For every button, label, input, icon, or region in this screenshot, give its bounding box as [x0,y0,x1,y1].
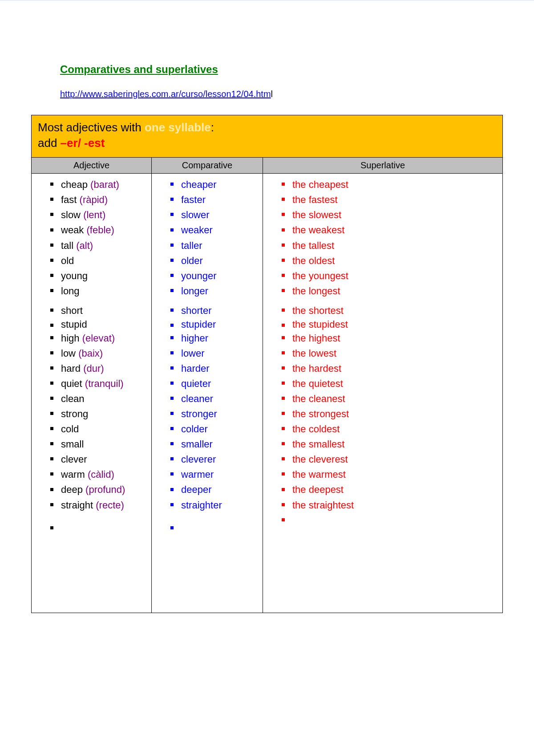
adjective-word: weak [61,224,84,236]
list-item: young [49,268,147,284]
adjective-word: high [61,333,80,344]
adjective-word: long [61,285,80,297]
list-item: old [49,253,147,268]
rule-cell: Most adjectives with one syllable: add –… [32,115,503,158]
list-item: longer [169,284,258,299]
list-item: long [49,284,147,299]
superlative-word: the shortest [292,305,344,316]
list-item: older [169,253,258,268]
comparative-word: warmer [181,469,214,480]
superlative-word: the fastest [292,194,338,205]
list-item: low (baix) [49,346,147,361]
superlative-word: the youngest [292,270,348,281]
rule-line2-suffix: –er/ -est [61,136,105,150]
adjective-translation: (dur) [83,363,104,374]
superlative-word: the lowest [292,348,336,359]
list-item: the lowest [280,346,498,361]
superlative-word: the coldest [292,423,340,435]
comparative-word: quieter [181,378,211,389]
list-item: slow (lent) [49,207,147,223]
list-item: cheaper [169,177,258,192]
adjective-word: low [61,348,76,359]
comparative-word: stupider [181,319,216,330]
list-item: stronger [169,406,258,422]
comparative-word: weaker [181,224,213,236]
comparative-word: older [181,255,203,266]
list-item: the cleanest [280,391,498,406]
cell-comparative: cheaperfasterslowerweakertallerolderyoun… [152,174,263,613]
list-item: faster [169,192,258,207]
superlative-word: the strongest [292,408,349,419]
superlative-word: the cleanest [292,393,345,404]
superlative-word: the weakest [292,224,344,236]
adjective-list: cheap (barat)fast (ràpid)slow (lent)weak… [36,176,147,536]
list-item: small [49,437,147,452]
list-item: stupider [169,318,258,331]
list-item: the hardest [280,361,498,376]
rule-line1-prefix: Most adjectives with [38,121,145,134]
comparative-word: shorter [181,305,211,316]
list-item [49,521,147,536]
document-page: Comparatives and superlatives http://www… [0,0,534,756]
superlative-word: the slowest [292,209,341,220]
column-header-row: Adjective Comparative Superlative [32,158,503,174]
adjective-word: strong [61,408,88,419]
comparative-word: slower [181,209,210,220]
comparative-word: colder [181,423,208,435]
source-link-line: http://www.saberingles.com.ar/curso/less… [60,89,503,99]
list-item: the highest [280,331,498,346]
cell-adjective: cheap (barat)fast (ràpid)slow (lent)weak… [32,174,152,613]
adjective-translation: (feble) [86,224,114,236]
list-item: short [49,303,147,318]
superlative-word: the deepest [292,484,344,495]
list-item: the quietest [280,376,498,391]
list-item: cleverer [169,452,258,467]
list-item: fast (ràpid) [49,192,147,207]
col-header-adjective: Adjective [32,158,152,174]
list-item: warm (càlid) [49,467,147,482]
list-item: slower [169,207,258,223]
adjective-word: cheap [61,179,88,190]
list-item: quiet (tranquil) [49,376,147,391]
superlative-word: the oldest [292,255,335,266]
superlative-list: the cheapestthe fastestthe slowestthe we… [267,176,498,528]
comparative-word: stronger [181,408,217,419]
list-item: cheap (barat) [49,177,147,192]
list-item: strong [49,406,147,422]
list-item: the deepest [280,482,498,497]
list-item: the stupidest [280,318,498,331]
list-item: cold [49,422,147,437]
list-item: the cheapest [280,177,498,192]
list-item: higher [169,331,258,346]
source-link[interactable]: http://www.saberingles.com.ar/curso/less… [60,89,271,99]
list-item: clean [49,391,147,406]
adjective-word: small [61,439,84,450]
list-item: the slowest [280,207,498,223]
rule-line1-suffix: : [211,121,214,134]
adjective-word: fast [61,194,77,205]
superlative-word: the hardest [292,363,341,374]
adjective-translation: (ràpid) [80,194,108,205]
adjective-word: quiet [61,378,82,389]
superlative-word: the stupidest [292,319,348,330]
list-item: smaller [169,437,258,452]
adjective-word: hard [61,363,81,374]
comparative-word: deeper [181,484,212,495]
comparative-word: longer [181,285,208,297]
list-item: the coldest [280,422,498,437]
list-item: weaker [169,223,258,238]
list-item: shorter [169,303,258,318]
superlative-word: the smallest [292,439,344,450]
list-item: high (elevat) [49,331,147,346]
list-item: the youngest [280,268,498,284]
list-item: the tallest [280,238,498,253]
superlative-word: the highest [292,333,340,344]
list-item: cleaner [169,391,258,406]
list-item: hard (dur) [49,361,147,376]
superlative-word: the cleverest [292,454,348,465]
adjective-translation: (lent) [83,209,105,220]
list-item: the smallest [280,437,498,452]
list-item: the longest [280,284,498,299]
adjective-word: straight [61,500,93,511]
adjective-word: deep [61,484,83,495]
